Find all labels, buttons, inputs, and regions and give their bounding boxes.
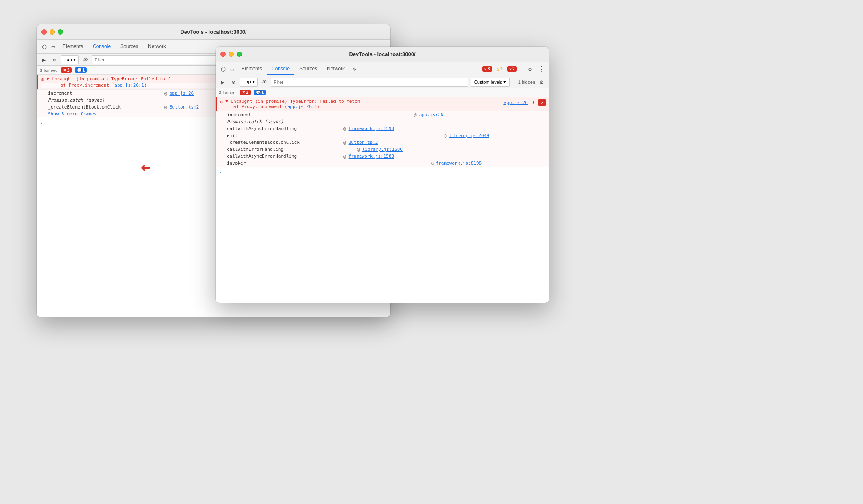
- hidden-count-2: 1 hidden: [518, 80, 535, 85]
- maximize-button-2[interactable]: [237, 52, 242, 57]
- title-bar-1: DevTools - localhost:3000/: [37, 24, 390, 40]
- play-icon-2[interactable]: ▶: [219, 78, 227, 86]
- eye-icon-1[interactable]: 👁: [81, 56, 89, 64]
- tab-network-2[interactable]: Network: [322, 63, 350, 75]
- panel-icon-1[interactable]: ▭: [49, 42, 58, 51]
- play-icon-1[interactable]: ▶: [40, 56, 48, 64]
- devtools-window-2: DevTools - localhost:3000/ ⬡ ▭ Elements …: [216, 47, 549, 303]
- tab-bar-2: ⬡ ▭ Elements Console Sources Network » ✕…: [216, 62, 549, 76]
- error-badge-2[interactable]: ✕ 2: [240, 90, 251, 95]
- window-title-2: DevTools - localhost:3000/: [349, 51, 415, 57]
- app-link-main-2[interactable]: app.js:26: [503, 100, 528, 105]
- header-icons-2: ✕ 3 △ 1 ✕ 2 ⚙ ⋮: [482, 65, 546, 74]
- error-actions-2: app.js:26 ⬇ ✕: [503, 99, 546, 106]
- error-header-2: ⊗ ▼ Uncaught (in promise) TypeError: Fai…: [220, 99, 546, 109]
- custom-levels-btn-2[interactable]: Custom levels ▾: [471, 78, 510, 87]
- console-content-2: ⊗ ▼ Uncaught (in promise) TypeError: Fai…: [216, 97, 549, 303]
- maximize-button-1[interactable]: [58, 29, 63, 35]
- cursor-icon-1[interactable]: ⬡: [40, 42, 49, 51]
- info-badge-1[interactable]: 💬 1: [75, 67, 87, 73]
- issues-label-1: 3 Issues:: [40, 68, 58, 73]
- window-title-1: DevTools - localhost:3000/: [180, 29, 246, 35]
- tab-elements-2[interactable]: Elements: [237, 63, 267, 75]
- settings-icon-2[interactable]: ⚙: [538, 78, 546, 86]
- console-toolbar-2: ▶ ⊘ top ▾ 👁 Custom levels ▾ 1 hidden ⚙: [216, 76, 549, 88]
- info-badge-2[interactable]: 💬 1: [254, 90, 266, 95]
- filter-input-2[interactable]: [271, 78, 468, 87]
- frame-invoker-2: invoker @ framework.js:8198: [216, 160, 549, 167]
- more-tabs-icon-2[interactable]: »: [350, 65, 359, 74]
- frame-callwith-async-2: callWithAsyncErrorHandling @ framework.j…: [216, 153, 549, 160]
- tab-elements-1[interactable]: Elements: [58, 41, 88, 52]
- frame-link-app-2[interactable]: app.js:26: [419, 112, 444, 117]
- block-icon-2[interactable]: ⊘: [229, 78, 238, 86]
- frame-link-framework-1590[interactable]: framework.js:1590: [349, 126, 394, 131]
- prompt-chevron-2: ›: [219, 169, 222, 175]
- error-content-2: ▼ Uncaught (in promise) TypeError: Faile…: [225, 99, 501, 109]
- tab-sources-1[interactable]: Sources: [116, 41, 143, 52]
- frame-link-framework-8198[interactable]: framework.js:8198: [436, 161, 482, 166]
- frame-callwith-async-1: callWithAsyncErrorHandling @ framework.j…: [216, 125, 549, 132]
- frame-link-library-1580[interactable]: library.js:1580: [362, 147, 403, 152]
- error-entry-2: ⊗ ▼ Uncaught (in promise) TypeError: Fai…: [216, 97, 549, 111]
- show-more-link-1[interactable]: Show 5 more frames: [48, 111, 96, 117]
- gear-icon-2[interactable]: ⚙: [525, 65, 534, 74]
- minimize-button-2[interactable]: [229, 52, 234, 57]
- tab-console-1[interactable]: Console: [88, 41, 116, 52]
- close-button-1[interactable]: [41, 29, 47, 35]
- frame-link-button-1[interactable]: Button.ts:2: [170, 104, 199, 110]
- frame-emit-2: emit @ library.js:2049: [216, 132, 549, 139]
- prompt-chevron-1: ›: [40, 120, 43, 126]
- traffic-lights-1: [41, 29, 63, 35]
- cursor-icon-2[interactable]: ⬡: [219, 65, 228, 74]
- proxy-link-2[interactable]: app.js:26:1: [288, 104, 317, 109]
- eye-icon-2[interactable]: 👁: [260, 78, 268, 86]
- frame-link-framework-1588[interactable]: framework.js:1588: [349, 154, 394, 159]
- frame-increment-2: increment @ app.js:26: [216, 111, 549, 118]
- traffic-lights-2: [220, 52, 242, 57]
- minimize-button-1[interactable]: [50, 29, 55, 35]
- close-action-2[interactable]: ✕: [538, 99, 546, 106]
- issues-bar-2: 3 Issues: ✕ 2 💬 1: [216, 88, 549, 97]
- frame-create-2: _createElementBlock.onClick @ Button.ts:…: [216, 139, 549, 146]
- frame-promise-2: Promise.catch (async): [216, 118, 549, 125]
- close-button-2[interactable]: [220, 52, 226, 57]
- separator-1: [521, 65, 521, 73]
- context-select-2[interactable]: top ▾: [240, 78, 258, 87]
- error-sub-2: at Proxy.increment (app.js:26:1): [225, 104, 501, 109]
- prompt-row-2: ›: [216, 167, 549, 178]
- frame-link-app-1[interactable]: app.js:26: [170, 91, 194, 96]
- frame-callwith-error-2: callWithErrorHandling @ library.js:1580: [216, 146, 549, 153]
- tab-network-1[interactable]: Network: [143, 41, 171, 52]
- info-count-badge-2: ✕ 2: [507, 66, 517, 72]
- red-arrow-annotation: ➜: [141, 159, 150, 177]
- dots-icon-2[interactable]: ⋮: [537, 65, 546, 74]
- panel-icon-2[interactable]: ▭: [228, 65, 237, 74]
- block-icon-1[interactable]: ⊘: [50, 56, 59, 64]
- tab-sources-2[interactable]: Sources: [294, 63, 322, 75]
- frame-link-library-2049[interactable]: library.js:2049: [449, 133, 489, 138]
- error-badge-1[interactable]: ✕ 2: [61, 67, 72, 73]
- error-icon-1: ⊗: [41, 77, 44, 83]
- tab-console-2[interactable]: Console: [267, 63, 294, 75]
- frame-link-button-2[interactable]: Button.ts:2: [349, 140, 378, 145]
- title-bar-2: DevTools - localhost:3000/: [216, 47, 549, 62]
- error-count-badge-2: ✕ 3: [482, 66, 492, 72]
- error-icon-2: ⊗: [220, 99, 223, 105]
- download-action-2[interactable]: ⬇: [530, 99, 537, 106]
- context-select-1[interactable]: top ▾: [61, 55, 79, 64]
- proxy-link-1[interactable]: app.js:26:1: [114, 83, 144, 88]
- warn-count-badge-2: △ 1: [495, 66, 505, 72]
- error-main-2: ▼ Uncaught (in promise) TypeError: Faile…: [225, 99, 501, 104]
- issues-label-2: 3 Issues:: [219, 90, 237, 95]
- separator-2: [514, 78, 514, 86]
